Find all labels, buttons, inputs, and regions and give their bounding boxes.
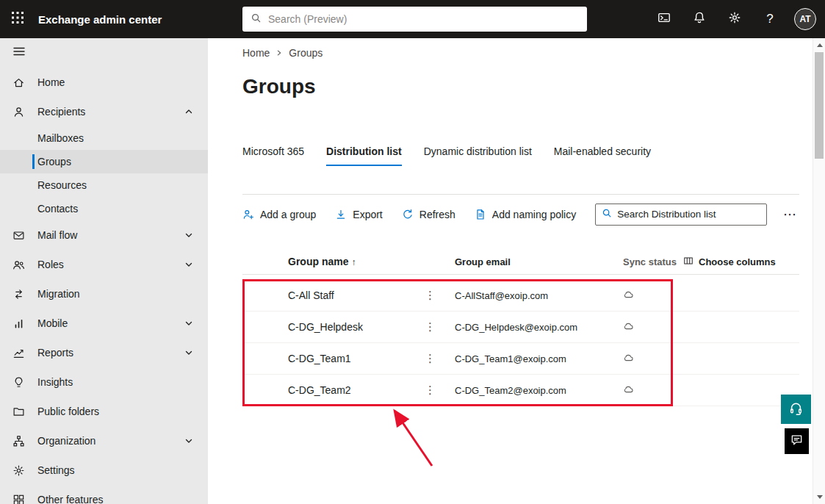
group-email-cell: C-DG_Team1@exoip.com [455,353,623,364]
tab-distribution-list[interactable]: Distribution list [326,145,402,166]
row-menu-button[interactable]: ⋮ [425,289,455,302]
export-button[interactable]: Export [335,209,382,220]
sidebar-item-label: Resources [37,179,87,191]
column-header-sync-status[interactable]: Sync status [623,256,683,267]
account-button[interactable]: AT [788,0,823,38]
list-search-input[interactable] [617,209,760,220]
lightbulb-icon [12,376,25,389]
sidebar-item-label: Reports [37,347,73,359]
sidebar-item-groups[interactable]: Groups [0,150,208,173]
global-search-input[interactable] [268,13,579,25]
group-email-cell: C-DG_Team2@exoip.com [455,385,623,396]
table-row[interactable]: C-DG_Team1 ⋮ C-DG_Team1@exoip.com [242,343,799,375]
scroll-down-button[interactable] [813,491,825,503]
sidebar-item-other-features[interactable]: Other features [0,485,208,504]
table-row[interactable]: C-DG_Team2 ⋮ C-DG_Team2@exoip.com [242,375,799,406]
top-app-bar: Exchange admin center [0,0,825,38]
collapse-nav-button[interactable] [0,38,208,68]
tab-dynamic-distribution-list[interactable]: Dynamic distribution list [424,145,532,166]
sidebar-item-reports[interactable]: Reports [0,338,208,367]
sidebar-item-organization[interactable]: Organization [0,426,208,456]
vertical-scrollbar[interactable] [813,38,825,504]
breadcrumb-home[interactable]: Home [242,47,270,59]
add-naming-policy-label: Add naming policy [492,209,576,220]
add-group-label: Add a group [260,209,316,220]
avatar: AT [794,8,816,30]
sidebar-item-home[interactable]: Home [0,68,208,97]
tab-microsoft-365[interactable]: Microsoft 365 [242,145,304,166]
sidebar-item-label: Migration [37,288,80,300]
columns-icon [683,256,693,268]
row-menu-button[interactable]: ⋮ [425,384,455,397]
group-name-cell[interactable]: C-DG_Team1 [288,353,425,364]
group-name-cell[interactable]: C-DG_Helpdesk [288,321,425,333]
sidebar-item-contacts[interactable]: Contacts [0,197,208,220]
cloud-icon [623,289,634,303]
triangle-up-icon [817,43,823,47]
line-chart-icon [12,347,25,359]
app-launcher-button[interactable] [0,0,35,38]
sidebar-item-migration[interactable]: Migration [0,279,208,309]
groups-table: Group name↑ Group email Sync status Choo… [242,249,799,406]
settings-button[interactable] [717,0,752,38]
tab-mail-enabled-security[interactable]: Mail-enabled security [554,145,651,166]
sync-status-cell [623,352,683,366]
feedback-button[interactable] [785,428,809,454]
sidebar-item-public-folders[interactable]: Public folders [0,397,208,426]
sidebar-item-settings[interactable]: Settings [0,456,208,485]
table-spacer [242,275,799,280]
speech-bubble-icon [790,433,803,449]
refresh-button[interactable]: Refresh [402,209,455,220]
sidebar-item-roles[interactable]: Roles [0,250,208,279]
scrollbar-thumb[interactable] [815,52,824,159]
download-arrow-icon [335,209,347,220]
sidebar-item-label: Mailboxes [37,132,84,144]
add-group-button[interactable]: Add a group [242,209,316,220]
global-search [242,7,587,32]
sidebar-item-recipients[interactable]: Recipients [0,97,208,126]
sidebar-item-label: Insights [37,376,73,388]
sidebar-item-label: Mobile [37,317,68,329]
powershell-button[interactable] [646,0,682,38]
sidebar-item-label: Groups [37,156,71,168]
document-icon [475,209,486,220]
sidebar-item-mobile[interactable]: Mobile [0,309,208,338]
sync-status-cell [623,289,683,303]
add-naming-policy-button[interactable]: Add naming policy [475,209,576,220]
sync-status-cell [623,320,683,334]
more-actions-button[interactable]: ⋯ [780,206,799,223]
gear-icon [12,464,25,477]
table-row[interactable]: C-All Staff ⋮ C-AllStaff@exoip.com [242,280,799,312]
breadcrumb-current: Groups [289,47,323,59]
sidebar-item-resources[interactable]: Resources [0,173,208,197]
list-search [595,204,767,226]
choose-columns-button[interactable]: Choose columns [683,256,776,268]
sidebar-item-insights[interactable]: Insights [0,367,208,397]
column-header-group-email[interactable]: Group email [455,256,623,267]
group-email-cell: C-DG_Helpdesk@exoip.com [455,322,623,333]
chevron-down-icon [184,348,193,357]
cloud-icon [623,352,634,366]
chevron-down-icon [184,319,193,328]
group-name-cell[interactable]: C-DG_Team2 [288,384,425,396]
table-row[interactable]: C-DG_Helpdesk ⋮ C-DG_Helpdesk@exoip.com [242,312,799,343]
cloud-icon [623,384,634,397]
sidebar-item-mail-flow[interactable]: Mail flow [0,220,208,250]
column-header-group-name[interactable]: Group name↑ [288,256,425,267]
headset-icon [789,401,803,418]
refresh-label: Refresh [419,209,455,220]
sidebar-item-label: Mail flow [37,229,77,241]
notifications-button[interactable] [682,0,717,38]
scroll-up-button[interactable] [813,39,825,51]
sidebar-item-mailboxes[interactable]: Mailboxes [0,126,208,150]
row-menu-button[interactable]: ⋮ [425,320,455,334]
help-button[interactable]: ? [752,0,788,38]
sync-status-cell [623,384,683,397]
main-content: Home Groups Groups Microsoft 365 Distrib… [208,38,813,504]
refresh-icon [402,209,414,220]
search-icon [602,208,617,221]
support-button[interactable] [781,395,811,424]
row-menu-button[interactable]: ⋮ [425,352,455,365]
group-name-cell[interactable]: C-All Staff [288,289,425,301]
choose-columns-label: Choose columns [699,256,776,267]
